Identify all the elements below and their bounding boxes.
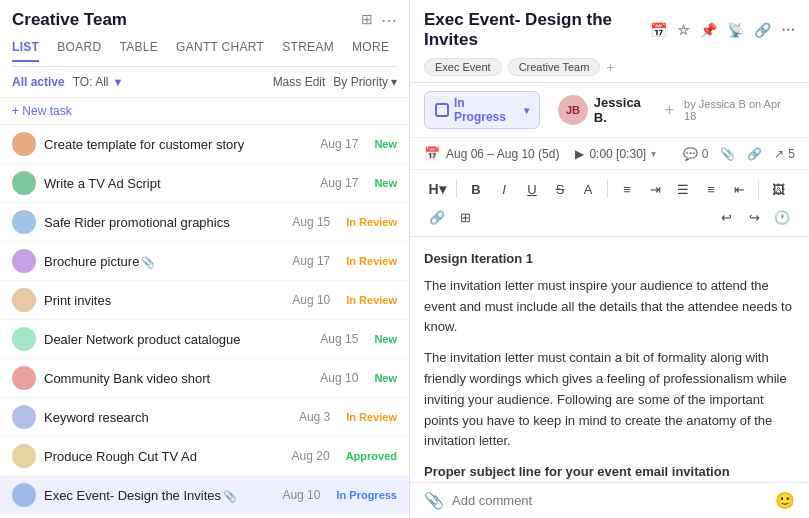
to-all-filter[interactable]: TO: All ▼	[73, 75, 124, 89]
nav-tabs: LIST BOARD TABLE GANTT CHART STREAM MORE	[12, 36, 397, 67]
attachment-button[interactable]: 📎	[720, 147, 735, 161]
indent-button[interactable]: ⇥	[642, 176, 668, 202]
editor-content[interactable]: Design Iteration 1 The invitation letter…	[410, 237, 809, 482]
tab-stream[interactable]: STREAM	[282, 40, 334, 62]
tab-gantt[interactable]: GANTT CHART	[176, 40, 264, 62]
new-task-button[interactable]: + New task	[0, 98, 409, 125]
tab-table[interactable]: TABLE	[119, 40, 158, 62]
align-button[interactable]: ≡	[698, 176, 724, 202]
task-row[interactable]: Produce Rough Cut TV AdAug 20Approved	[0, 437, 409, 476]
priority-label: By Priority	[333, 75, 388, 89]
breadcrumb-exec-event[interactable]: Exec Event	[424, 58, 502, 76]
time-dropdown-arrow: ▾	[651, 148, 656, 159]
comment-attachment-icon[interactable]: 📎	[424, 491, 444, 510]
calendar-small-icon: 📅	[424, 146, 440, 161]
task-status: New	[374, 372, 397, 384]
highlight-button[interactable]: A	[575, 176, 601, 202]
date-time-row: 📅 Aug 06 – Aug 10 (5d) ▶ 0:00 [0:30] ▾ 💬…	[410, 138, 809, 170]
star-icon[interactable]: ☆	[677, 22, 690, 38]
tab-more[interactable]: MORE	[352, 40, 389, 62]
task-attachment-icon: 📎	[223, 490, 237, 502]
ordered-list-button[interactable]: ≡	[614, 176, 640, 202]
task-status: New	[374, 333, 397, 345]
more-icon[interactable]: ⋯	[381, 11, 397, 30]
date-range-text: Aug 06 – Aug 10 (5d)	[446, 147, 559, 161]
indent-right-button[interactable]: ⇤	[726, 176, 752, 202]
tab-board[interactable]: BOARD	[57, 40, 101, 62]
pin-icon[interactable]: 📌	[700, 22, 717, 38]
left-header-top: Creative Team ⊞ ⋯	[12, 10, 397, 30]
avatar	[12, 288, 36, 312]
task-status: New	[374, 138, 397, 150]
right-title-row: Exec Event- Design the Invites 📅 ☆ 📌 📡 🔗…	[424, 10, 795, 50]
task-date: Aug 15	[320, 332, 358, 346]
share-count[interactable]: ↗ 5	[774, 147, 795, 161]
header-icons: ⊞ ⋯	[361, 11, 397, 30]
strikethrough-button[interactable]: S	[547, 176, 573, 202]
avatar	[12, 327, 36, 351]
grid-icon[interactable]: ⊞	[361, 11, 373, 30]
more-options-icon[interactable]: ⋯	[781, 22, 795, 38]
link-small-icon: 🔗	[747, 147, 762, 161]
underline-button[interactable]: U	[519, 176, 545, 202]
assignee-name[interactable]: Jessica B.	[594, 95, 657, 125]
task-row[interactable]: Keyword researchAug 3In Review	[0, 398, 409, 437]
separator-2	[607, 180, 608, 198]
link-editor-button[interactable]: 🔗	[424, 204, 450, 230]
time-estimate-text: 0:00 [0:30]	[589, 147, 646, 161]
task-name: Keyword research	[44, 410, 291, 425]
avatar	[12, 444, 36, 468]
bold-button[interactable]: B	[463, 176, 489, 202]
task-row[interactable]: Create template for customer storyAug 17…	[0, 125, 409, 164]
avatar	[12, 249, 36, 273]
task-status: Approved	[346, 450, 397, 462]
section2-title: Proper subject line for your event email…	[424, 462, 795, 482]
add-assignee-button[interactable]: +	[665, 101, 674, 119]
heading-button[interactable]: H▾	[424, 176, 450, 202]
link-icon[interactable]: 🔗	[754, 22, 771, 38]
time-estimate[interactable]: ▶ 0:00 [0:30] ▾	[575, 147, 656, 161]
link-button[interactable]: 🔗	[747, 147, 762, 161]
task-name: Create template for customer story	[44, 137, 312, 152]
breadcrumb-add[interactable]: +	[606, 59, 614, 75]
feed-icon[interactable]: 📡	[727, 22, 744, 38]
task-date: Aug 17	[320, 176, 358, 190]
separator-3	[758, 180, 759, 198]
italic-button[interactable]: I	[491, 176, 517, 202]
task-row[interactable]: Write a TV Ad ScriptAug 17New	[0, 164, 409, 203]
unordered-list-button[interactable]: ☰	[670, 176, 696, 202]
history-button[interactable]: 🕐	[769, 204, 795, 230]
date-range[interactable]: 📅 Aug 06 – Aug 10 (5d)	[424, 146, 559, 161]
task-row[interactable]: Dealer Network product catalogueAug 15Ne…	[0, 320, 409, 359]
assignee-avatar: JB	[558, 95, 588, 125]
redo-button[interactable]: ↪	[741, 204, 767, 230]
task-row[interactable]: Print invitesAug 10In Review	[0, 281, 409, 320]
filter-bar: All active TO: All ▼ Mass Edit By Priori…	[0, 67, 409, 98]
task-meta-row: In Progress ▾ JB Jessica B. + by Jessica…	[410, 83, 809, 138]
task-row[interactable]: Safe Rider promotional graphicsAug 15In …	[0, 203, 409, 242]
priority-sort[interactable]: By Priority ▾	[333, 75, 397, 89]
task-status: In Progress	[336, 489, 397, 501]
mass-edit-button[interactable]: Mass Edit	[273, 75, 326, 89]
comment-count[interactable]: 💬 0	[683, 147, 709, 161]
funnel-icon: ▼	[113, 76, 124, 88]
avatar	[12, 483, 36, 507]
task-row[interactable]: Brochure picture📎Aug 17In Review	[0, 242, 409, 281]
task-status: New	[374, 177, 397, 189]
meta-icons-row: 💬 0 📎 🔗 ↗ 5	[683, 147, 795, 161]
task-row[interactable]: Exec Event- Design the Invites📎Aug 10In …	[0, 476, 409, 515]
task-row[interactable]: Community Bank video shortAug 10New	[0, 359, 409, 398]
task-status: In Review	[346, 411, 397, 423]
table-button[interactable]: ⊞	[452, 204, 478, 230]
breadcrumb-creative-team[interactable]: Creative Team	[508, 58, 601, 76]
calendar-icon[interactable]: 📅	[650, 22, 667, 38]
emoji-button[interactable]: 🙂	[775, 491, 795, 510]
comment-input[interactable]	[452, 493, 767, 508]
section1-para1: The invitation letter must inspire your …	[424, 276, 795, 338]
image-button[interactable]: 🖼	[765, 176, 791, 202]
task-name: Write a TV Ad Script	[44, 176, 312, 191]
status-pill[interactable]: In Progress ▾	[424, 91, 540, 129]
tab-list[interactable]: LIST	[12, 40, 39, 62]
all-active-filter[interactable]: All active	[12, 75, 65, 89]
undo-button[interactable]: ↩	[713, 204, 739, 230]
